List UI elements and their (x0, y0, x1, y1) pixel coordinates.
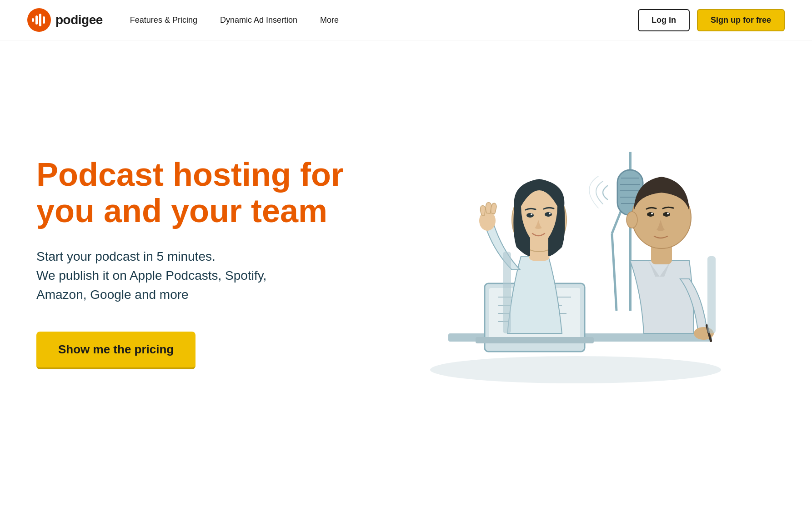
svg-point-35 (667, 213, 669, 214)
svg-point-5 (430, 356, 721, 383)
svg-point-26 (545, 212, 552, 217)
svg-rect-3 (39, 14, 41, 26)
svg-point-28 (549, 213, 551, 214)
svg-point-27 (531, 213, 532, 215)
logo-icon (27, 8, 51, 32)
hero-section: Podcast hosting for you and your team St… (0, 40, 812, 476)
signup-button[interactable]: Sign up for free (697, 9, 785, 31)
svg-point-33 (663, 212, 670, 217)
svg-rect-4 (43, 16, 45, 24)
login-button[interactable]: Log in (638, 9, 690, 31)
nav-dynamic-ad-insertion[interactable]: Dynamic Ad Insertion (220, 15, 297, 25)
svg-point-36 (627, 212, 637, 228)
svg-point-32 (647, 212, 654, 217)
svg-line-16 (612, 233, 617, 311)
header-right: Log in Sign up for free (638, 9, 785, 31)
svg-point-34 (651, 213, 653, 214)
cta-button[interactable]: Show me the pricing (36, 332, 195, 369)
podcast-illustration (394, 115, 735, 411)
svg-point-25 (526, 213, 534, 218)
hero-content: Podcast hosting for you and your team St… (36, 157, 344, 369)
logo-link[interactable]: podigee (27, 8, 103, 32)
logo-text: podigee (55, 13, 103, 27)
svg-rect-40 (707, 256, 716, 333)
svg-rect-1 (32, 18, 34, 22)
nav-more[interactable]: More (320, 15, 339, 25)
hero-subtitle: Start your podcast in 5 minutes. We publ… (36, 247, 344, 304)
svg-rect-39 (503, 252, 511, 333)
main-nav: Features & Pricing Dynamic Ad Insertion … (130, 15, 339, 25)
svg-rect-13 (476, 337, 594, 343)
main-header: podigee Features & Pricing Dynamic Ad In… (0, 0, 812, 40)
hero-title: Podcast hosting for you and your team (36, 157, 344, 228)
nav-features-pricing[interactable]: Features & Pricing (130, 15, 197, 25)
svg-rect-2 (35, 15, 38, 25)
hero-illustration (344, 104, 785, 422)
header-left: podigee Features & Pricing Dynamic Ad In… (27, 8, 339, 32)
